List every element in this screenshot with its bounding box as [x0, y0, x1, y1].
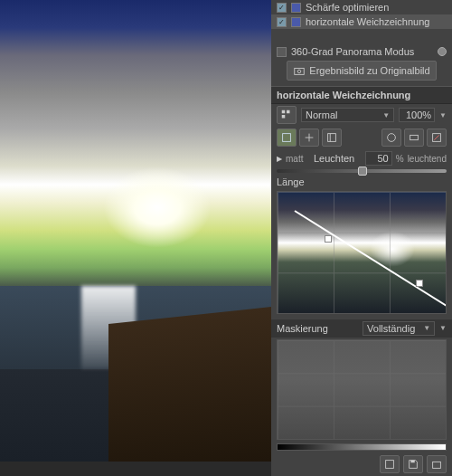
- svg-rect-12: [433, 462, 441, 468]
- svg-rect-4: [282, 115, 286, 119]
- side-panel: Schärfe optimieren horizontale Weichzeic…: [271, 0, 452, 476]
- line-handle-end[interactable]: [416, 280, 423, 287]
- expand-icon[interactable]: ▶: [277, 155, 282, 163]
- footer-toolbar: [271, 452, 452, 476]
- mask-preview[interactable]: [277, 339, 447, 440]
- blend-opacity-row: Normal ▼ 100% ▼: [271, 104, 452, 126]
- slider-thumb[interactable]: [358, 167, 367, 176]
- layer-color-swatch[interactable]: [291, 3, 301, 13]
- layer-label: Schärfe optimieren: [306, 2, 389, 13]
- layer-label: horizontale Weichzeichnung: [306, 16, 429, 27]
- blend-mode-value: Normal: [306, 109, 337, 120]
- leuchten-label-row: ▶ matt Leuchten 50 % leuchtend: [271, 149, 452, 167]
- length-label: Länge: [277, 176, 305, 187]
- tool-button-5[interactable]: [404, 129, 424, 147]
- leuchten-label: Leuchten: [306, 153, 361, 164]
- leuchten-slider-row: [271, 167, 452, 175]
- leuchten-unit: %: [396, 154, 404, 164]
- line-handle-start[interactable]: [325, 235, 332, 243]
- svg-rect-0: [295, 69, 305, 75]
- matt-label: matt: [286, 154, 303, 164]
- result-to-original-button[interactable]: Ergebnisbild zu Originalbild: [287, 61, 436, 81]
- tool-button-3[interactable]: [322, 129, 342, 147]
- svg-rect-8: [410, 136, 419, 140]
- button-label: Ergebnisbild zu Originalbild: [309, 65, 429, 76]
- gradient-strip[interactable]: [277, 443, 447, 451]
- footer-button-1[interactable]: [380, 455, 400, 473]
- section-header: horizontale Weichzeichnung: [271, 86, 452, 104]
- masking-label: Maskierung: [277, 323, 328, 334]
- svg-rect-3: [287, 110, 290, 114]
- tool-button-1[interactable]: [277, 129, 297, 147]
- chevron-down-icon: ▼: [382, 111, 390, 119]
- canvas-image: [0, 0, 271, 462]
- mask-grid: [278, 340, 446, 439]
- opacity-input[interactable]: 100%: [399, 108, 435, 122]
- layer-item[interactable]: Schärfe optimieren: [271, 0, 452, 14]
- layer-item-selected[interactable]: horizontale Weichzeichnung: [271, 14, 452, 29]
- svg-point-1: [298, 71, 302, 74]
- masking-mode-select[interactable]: Vollständig ▼: [363, 321, 435, 336]
- length-preview[interactable]: [277, 191, 447, 313]
- leuchten-value[interactable]: 50: [365, 151, 392, 166]
- panorama-label: 360-Grad Panorama Modus: [291, 46, 414, 57]
- length-label-row: Länge: [271, 175, 452, 189]
- filter-options-icon[interactable]: [277, 106, 297, 124]
- svg-point-7: [388, 134, 396, 142]
- canvas-viewport[interactable]: [0, 0, 271, 476]
- svg-rect-5: [283, 134, 291, 142]
- masking-mode-value: Vollständig: [367, 323, 415, 334]
- svg-rect-10: [386, 461, 394, 469]
- svg-rect-2: [282, 110, 286, 114]
- tool-button-4[interactable]: [381, 129, 401, 147]
- footer-button-3[interactable]: [427, 455, 447, 473]
- layer-color-swatch[interactable]: [291, 17, 301, 27]
- chevron-down-icon: ▼: [423, 324, 430, 332]
- panorama-indicator-icon: [438, 47, 447, 56]
- leuchten-slider[interactable]: [277, 169, 447, 173]
- result-to-original-row: Ergebnisbild zu Originalbild: [271, 59, 452, 82]
- camera-icon: [293, 64, 306, 77]
- panorama-checkbox[interactable]: [277, 47, 287, 57]
- visibility-checkbox[interactable]: [277, 3, 287, 13]
- leuchtend-label: leuchtend: [408, 154, 447, 164]
- tool-button-2[interactable]: [299, 129, 319, 147]
- blend-mode-select[interactable]: Normal ▼: [301, 108, 394, 122]
- tool-button-6[interactable]: [427, 129, 447, 147]
- visibility-checkbox[interactable]: [277, 17, 287, 27]
- panorama-row: 360-Grad Panorama Modus: [271, 44, 452, 59]
- chevron-down-icon[interactable]: ▼: [439, 111, 447, 119]
- svg-rect-6: [328, 134, 336, 142]
- save-icon[interactable]: [403, 455, 423, 473]
- filter-toolbar: [271, 126, 452, 149]
- chevron-down-icon[interactable]: ▼: [439, 324, 447, 332]
- masking-header: Maskierung Vollständig ▼ ▼: [271, 319, 452, 338]
- svg-rect-11: [410, 461, 414, 463]
